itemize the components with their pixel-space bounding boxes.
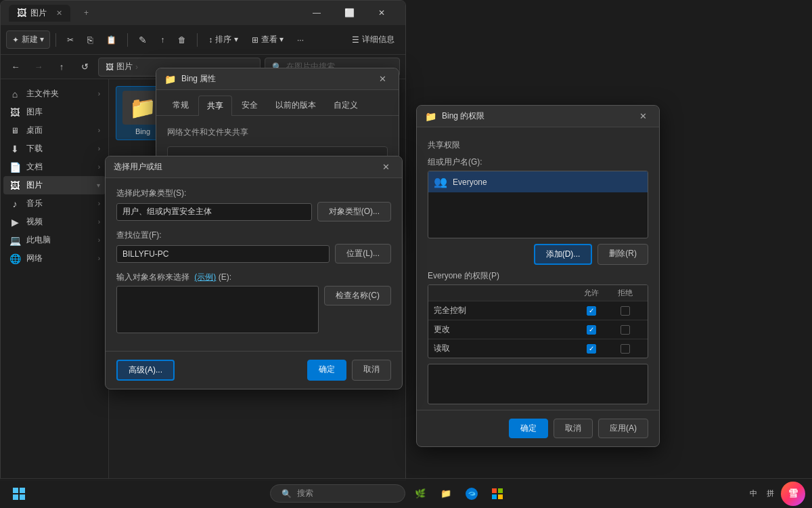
- bing-props-close[interactable]: ✕: [374, 71, 390, 87]
- deny-modify-checkbox[interactable]: [621, 325, 630, 335]
- sidebar-item-network[interactable]: 🌐 网络 ›: [3, 249, 106, 268]
- sidebar-item-desktop[interactable]: 🖥 桌面 ›: [3, 121, 106, 140]
- enter-name-textarea[interactable]: [116, 286, 319, 333]
- location-button[interactable]: 位置(L)...: [335, 244, 391, 263]
- props-tab-previous[interactable]: 以前的版本: [267, 96, 324, 115]
- select-user-cancel-button[interactable]: 取消: [352, 360, 391, 381]
- select-user-title: 选择用户或组: [114, 161, 162, 173]
- view-button[interactable]: ⊞ 查看 ▾: [246, 31, 289, 48]
- allow-modify-checkbox[interactable]: [587, 325, 596, 335]
- perms-add-button[interactable]: 添加(D)...: [534, 244, 593, 265]
- rename-button[interactable]: ✎: [133, 32, 152, 48]
- tab-close-icon[interactable]: ✕: [56, 9, 62, 18]
- share-button[interactable]: ↑: [155, 33, 170, 47]
- sidebar-item-videos[interactable]: ▶ 视频 ›: [3, 213, 106, 231]
- documents-icon: 📄: [9, 162, 21, 173]
- more-icon: ···: [297, 35, 304, 45]
- taskbar-right: 中 拼 雪: [747, 482, 805, 506]
- allow-read-checkbox[interactable]: [587, 344, 596, 354]
- explorer-tab-label: 图片: [30, 7, 47, 19]
- taskbar-nature-icon[interactable]: 🌿: [409, 483, 431, 505]
- taskbar-edge-icon[interactable]: [461, 483, 482, 505]
- deny-read-checkbox[interactable]: [621, 344, 630, 354]
- rename-icon: ✎: [139, 35, 147, 45]
- perms-allow-fullcontrol[interactable]: [574, 306, 608, 316]
- maximize-button[interactable]: ⬜: [334, 2, 365, 24]
- sidebar-item-documents[interactable]: 📄 文档 ›: [3, 158, 106, 176]
- props-tab-custom[interactable]: 自定义: [325, 96, 366, 115]
- taskbar-lang-pin[interactable]: 拼: [764, 487, 777, 500]
- perms-deny-fullcontrol[interactable]: [608, 306, 642, 316]
- copy-button[interactable]: ⎘: [82, 32, 98, 48]
- new-tab-btn[interactable]: +: [76, 5, 97, 20]
- sidebar-item-label: 桌面: [26, 125, 43, 136]
- taskbar-lang-zh[interactable]: 中: [747, 487, 760, 500]
- up-button[interactable]: ↑: [52, 58, 71, 77]
- allow-fullcontrol-checkbox[interactable]: [587, 306, 596, 316]
- explorer-titlebar: 🖼 图片 ✕ + — ⬜ ✕: [1, 1, 405, 25]
- enter-example-link[interactable]: (示例): [194, 272, 216, 282]
- explorer-tab-pictures[interactable]: 🖼 图片 ✕: [9, 5, 70, 22]
- perms-allow-modify[interactable]: [574, 325, 608, 335]
- start-button[interactable]: [7, 482, 31, 506]
- sidebar-item-thispc[interactable]: 💻 此电脑 ›: [3, 231, 106, 249]
- select-user-title-left: 选择用户或组: [114, 161, 162, 173]
- props-tab-share[interactable]: 共享: [198, 96, 232, 116]
- perms-deny-modify[interactable]: [608, 325, 642, 335]
- delete-button[interactable]: 🗑: [173, 33, 191, 47]
- sidebar-item-label: 图库: [26, 106, 43, 118]
- sort-button[interactable]: ↕ 排序 ▾: [203, 31, 243, 48]
- advanced-button[interactable]: 高级(A)...: [116, 360, 175, 381]
- forward-button[interactable]: →: [29, 58, 48, 77]
- select-user-footer-right: 确定 取消: [307, 360, 391, 381]
- bing-props-title: Bing 属性: [181, 73, 216, 85]
- pictures-icon: 🖼: [9, 180, 21, 191]
- details-button[interactable]: ☰ 详细信息: [346, 31, 400, 48]
- sidebar-item-music[interactable]: ♪ 音乐 ›: [3, 194, 106, 213]
- minimize-button[interactable]: —: [301, 2, 332, 24]
- expand-icon: ▾: [97, 182, 100, 189]
- cut-button[interactable]: ✂: [62, 33, 79, 47]
- object-type-button[interactable]: 对象类型(O)...: [317, 202, 391, 221]
- perms-remove-button[interactable]: 删除(R): [597, 244, 648, 265]
- expand-icon: ›: [98, 163, 100, 171]
- more-button[interactable]: ···: [292, 33, 309, 47]
- sidebar-item-home[interactable]: ⌂ 主文件夹 ›: [3, 85, 106, 103]
- bing-props-title-left: 📁 Bing 属性: [164, 73, 216, 85]
- sidebar-item-downloads[interactable]: ⬇ 下载 ›: [3, 140, 106, 158]
- paste-button[interactable]: 📋: [101, 33, 122, 47]
- perms-deny-read[interactable]: [608, 344, 642, 354]
- svg-rect-2: [13, 494, 18, 500]
- perms-share-label: 共享权限: [428, 140, 648, 151]
- perms-row-read: 读取: [428, 339, 648, 358]
- deny-fullcontrol-checkbox[interactable]: [621, 306, 630, 316]
- props-tab-general[interactable]: 常规: [164, 96, 197, 115]
- select-user-ok-button[interactable]: 确定: [307, 360, 346, 381]
- new-button[interactable]: ✦ ✦ 新建 新建 ▾: [6, 30, 50, 49]
- perms-close[interactable]: ✕: [635, 108, 651, 125]
- taskbar-search[interactable]: 🔍 搜索: [270, 484, 405, 503]
- perms-allow-read[interactable]: [574, 344, 608, 354]
- refresh-button[interactable]: ↺: [75, 58, 94, 77]
- sidebar-item-gallery[interactable]: 🖼 图库: [3, 103, 106, 121]
- close-button[interactable]: ✕: [366, 2, 397, 24]
- sidebar-item-pictures[interactable]: 🖼 图片 ▾: [3, 176, 106, 194]
- select-user-dialog: 选择用户或组 ✕ 选择此对象类型(S): 用户、组或内置安全主体 对象类型(O)…: [105, 156, 403, 389]
- perms-apply-button[interactable]: 应用(A): [598, 419, 648, 438]
- perms-ok-button[interactable]: 确定: [509, 419, 548, 438]
- perms-row-modify: 更改: [428, 320, 648, 339]
- taskbar-folder-icon[interactable]: 📁: [435, 483, 457, 505]
- window-controls: — ⬜ ✕: [301, 2, 397, 24]
- network-icon: 🌐: [9, 253, 21, 264]
- taskbar-store-icon[interactable]: [487, 483, 508, 505]
- select-user-close[interactable]: ✕: [378, 159, 394, 175]
- props-tab-security[interactable]: 安全: [233, 96, 266, 115]
- path-sep: ›: [135, 62, 138, 72]
- perms-cancel-button[interactable]: 取消: [554, 419, 593, 438]
- toolbar-sep-3: [197, 33, 198, 47]
- bing-props-titlebar: 📁 Bing 属性 ✕: [156, 68, 399, 90]
- taskbar-search-placeholder: 搜索: [297, 488, 313, 499]
- check-names-button[interactable]: 检查名称(C): [324, 286, 391, 305]
- back-button[interactable]: ←: [6, 58, 25, 77]
- perms-user-everyone[interactable]: 👥 Everyone: [428, 171, 648, 192]
